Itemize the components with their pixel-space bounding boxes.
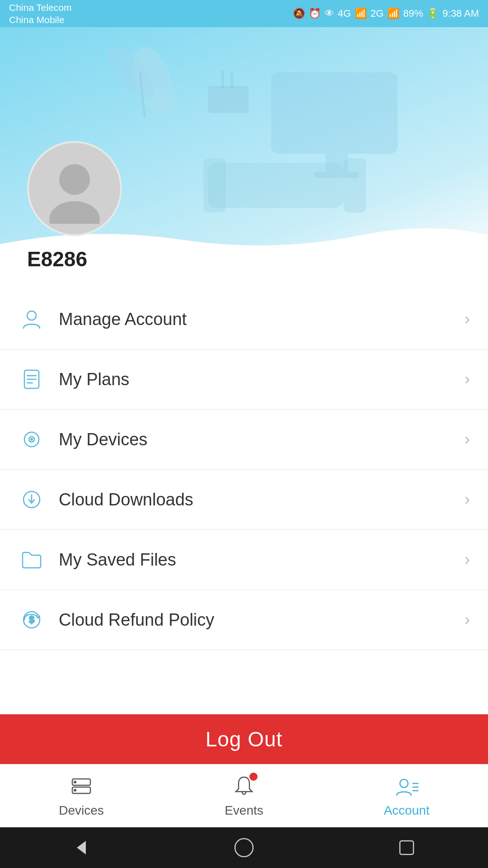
devices-icon xyxy=(18,426,45,453)
signal-bars-2: 📶 xyxy=(387,8,399,19)
folder-icon xyxy=(18,546,45,573)
carrier-2: China Mobile xyxy=(9,14,72,26)
manage-account-label: Manage Account xyxy=(59,310,465,329)
carrier-info: China Telecom China Mobile xyxy=(9,1,72,26)
cloud-downloads-label: Cloud Downloads xyxy=(59,490,465,509)
plans-icon xyxy=(18,366,45,393)
status-bar: China Telecom China Mobile 🔕 ⏰ 👁 4G 📶 2G… xyxy=(0,0,488,27)
hero-header: E8286 xyxy=(0,27,488,289)
content-area: E8286 Manage Account › xyxy=(0,27,488,868)
chevron-right-icon: › xyxy=(465,610,470,629)
chevron-right-icon: › xyxy=(465,550,470,569)
signal-2g: 2G xyxy=(371,8,384,19)
svg-point-0 xyxy=(124,41,183,122)
svg-point-12 xyxy=(59,164,90,195)
menu-item-my-devices[interactable]: My Devices › xyxy=(0,410,488,470)
cloud-refund-policy-label: Cloud Refund Policy xyxy=(59,610,465,630)
my-saved-files-label: My Saved Files xyxy=(59,550,465,570)
svg-rect-36 xyxy=(400,841,413,854)
signal-4g: 4G xyxy=(338,8,351,19)
page-wrapper: China Telecom China Mobile 🔕 ⏰ 👁 4G 📶 2G… xyxy=(0,0,488,868)
home-button[interactable] xyxy=(228,832,260,863)
chevron-right-icon: › xyxy=(465,430,470,449)
svg-point-30 xyxy=(400,779,408,788)
chevron-right-icon: › xyxy=(465,370,470,389)
menu-item-my-plans[interactable]: My Plans › xyxy=(0,349,488,410)
svg-point-29 xyxy=(74,789,76,792)
account-nav-icon xyxy=(394,774,419,800)
back-button[interactable] xyxy=(66,832,97,863)
my-devices-label: My Devices xyxy=(59,430,465,449)
avatar-icon xyxy=(38,151,111,226)
profile-area: E8286 xyxy=(0,141,488,271)
svg-point-13 xyxy=(49,201,100,224)
recents-button[interactable] xyxy=(391,832,422,863)
carrier-1: China Telecom xyxy=(9,1,72,14)
username: E8286 xyxy=(27,247,87,271)
svg-rect-10 xyxy=(221,70,224,88)
bottom-nav: Devices Events xyxy=(0,764,488,827)
avatar xyxy=(27,141,122,236)
chevron-right-icon: › xyxy=(465,490,470,509)
notification-badge xyxy=(249,773,258,781)
time: 9:38 AM xyxy=(442,8,479,19)
events-nav-icon xyxy=(231,774,257,800)
devices-nav-label: Devices xyxy=(59,803,104,818)
my-plans-label: My Plans xyxy=(59,370,465,389)
account-nav-label: Account xyxy=(384,803,429,818)
battery-icon: 🔋 xyxy=(427,8,439,19)
svg-point-21 xyxy=(31,439,33,440)
chevron-right-icon: › xyxy=(465,310,470,329)
svg-point-1 xyxy=(100,39,162,105)
events-nav-label: Events xyxy=(225,803,263,818)
devices-nav-icon xyxy=(69,774,94,800)
logout-button[interactable]: Log Out xyxy=(0,714,488,764)
svg-line-2 xyxy=(140,72,145,118)
bell-wrapper xyxy=(232,774,256,800)
menu-item-manage-account[interactable]: Manage Account › xyxy=(0,289,488,349)
person-icon xyxy=(18,306,45,333)
refund-icon: $ xyxy=(18,606,45,633)
home-bar xyxy=(0,827,488,868)
silent-icon: 🔕 xyxy=(293,8,305,19)
nav-item-devices[interactable]: Devices xyxy=(0,774,163,818)
svg-text:$: $ xyxy=(29,614,34,625)
eye-icon: 👁 xyxy=(324,8,334,19)
svg-point-28 xyxy=(74,781,76,783)
cloud-download-icon xyxy=(18,486,45,513)
signal-bars: 📶 xyxy=(355,8,367,19)
svg-marker-34 xyxy=(77,841,86,854)
battery-percent: 89% xyxy=(403,8,423,19)
svg-point-35 xyxy=(235,839,253,857)
svg-rect-9 xyxy=(208,86,249,113)
menu-item-my-saved-files[interactable]: My Saved Files › xyxy=(0,530,488,590)
nav-item-account[interactable]: Account xyxy=(325,774,488,818)
status-icons: 🔕 ⏰ 👁 4G 📶 2G 📶 89% 🔋 9:38 AM xyxy=(293,8,479,19)
menu-item-cloud-downloads[interactable]: Cloud Downloads › xyxy=(0,470,488,530)
alarm-icon: ⏰ xyxy=(309,8,321,19)
menu-item-cloud-refund-policy[interactable]: $ Cloud Refund Policy › xyxy=(0,590,488,650)
menu-list: Manage Account › My Plans › xyxy=(0,289,488,714)
svg-point-14 xyxy=(27,311,36,320)
svg-rect-11 xyxy=(230,72,233,88)
nav-item-events[interactable]: Events xyxy=(163,774,325,818)
